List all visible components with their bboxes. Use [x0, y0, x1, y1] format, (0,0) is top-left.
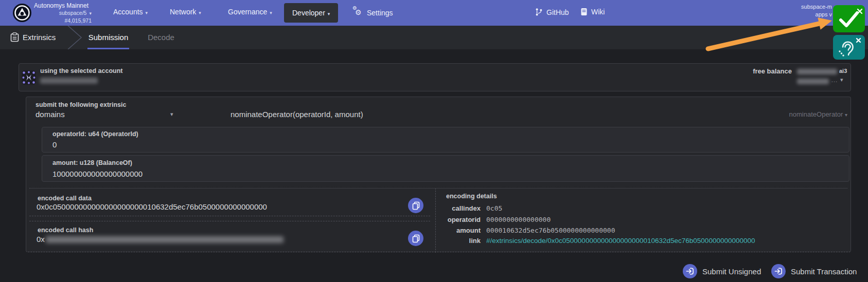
detail-value: 0000000000000000 — [486, 216, 551, 223]
caret-down-icon[interactable]: ▾ — [840, 77, 843, 83]
sign-in-icon — [683, 264, 697, 278]
free-balance-redacted — [797, 69, 837, 74]
call-data-value: 0x0c050000000000000000000010632d5ec76b05… — [37, 202, 267, 211]
divider — [29, 221, 430, 221]
account-selector[interactable]: using the selected account free balance … — [19, 63, 851, 91]
breadcrumb-chevron — [66, 26, 84, 49]
accessibility-overlay-button[interactable] — [833, 35, 865, 60]
detail-key: amount — [402, 227, 481, 234]
detail-key: callindex — [402, 204, 481, 212]
extrinsic-section-label: submit the following extrinsic — [36, 101, 126, 108]
clipboard-icon — [10, 32, 19, 42]
call-hash-label: encoded call hash — [38, 227, 93, 234]
runtime-version: subspace/5▾ — [34, 10, 92, 17]
method-select[interactable]: nominateOperator ▾ — [789, 110, 847, 118]
account-identicon — [22, 70, 36, 85]
detail-key: link — [402, 237, 481, 245]
chain-name: Autonomys Mainnet — [34, 3, 92, 9]
encoding-details-label: encoding details — [446, 193, 497, 200]
detail-key: operatorid — [402, 216, 481, 223]
menu-settings[interactable]: ⚙ ⚙ Settings — [353, 8, 393, 17]
account-name-redacted — [40, 78, 98, 84]
caret-down-icon: ▾ — [146, 10, 148, 15]
menu-network[interactable]: Network▾ — [170, 8, 201, 16]
caret-down-icon: ▾ — [199, 10, 201, 15]
caret-down-icon: ▾ — [845, 112, 847, 118]
link-wiki[interactable]: Wiki — [580, 8, 605, 16]
detail-value: 0c05 — [486, 204, 502, 212]
menu-governance[interactable]: Governance▾ — [228, 8, 272, 16]
caret-down-icon[interactable]: ▾ — [170, 111, 173, 118]
param-value: 100000000000000000000 — [52, 170, 143, 178]
param-operatorid-input[interactable]: operatorId: u64 (OperatorId) 0 — [42, 127, 849, 153]
menu-developer[interactable]: Developer▾ — [284, 3, 338, 23]
section-title: Extrinsics — [23, 33, 56, 42]
param-label: amount: u128 (BalanceOf) — [52, 159, 132, 166]
call-hash-prefix: 0x — [37, 235, 45, 243]
param-amount-input[interactable]: amount: u128 (BalanceOf) 100000000000000… — [42, 155, 849, 182]
extrinsic-card: submit the following extrinsic domains ▾… — [26, 97, 851, 252]
method-signature: nominateOperator(operatorId, amount) — [231, 110, 363, 119]
tab-submission[interactable]: Submission — [87, 26, 129, 49]
ear-icon — [836, 36, 862, 58]
decode-link[interactable]: #/extrinsics/decode/0x0c0500000000000000… — [486, 237, 755, 245]
approve-overlay-button[interactable] — [833, 5, 865, 32]
apps-version-text: subspace-m apps v — [801, 3, 832, 18]
book-icon — [580, 8, 588, 16]
call-data-label: encoded call data — [38, 195, 92, 202]
link-github[interactable]: GitHub — [535, 8, 569, 16]
git-branch-icon — [535, 8, 543, 16]
param-value: 0 — [52, 140, 57, 149]
balance-unit: ai3 — [839, 68, 847, 74]
param-label: operatorId: u64 (OperatorId) — [52, 130, 138, 138]
caret-down-icon: ▾ — [270, 10, 272, 15]
submit-transaction-button[interactable]: Submit Transaction — [771, 264, 857, 278]
balance-secondary-redacted — [797, 79, 829, 84]
balance-ellipsis: … — [831, 76, 838, 84]
check-icon — [835, 7, 863, 31]
pallet-select[interactable]: domains — [36, 110, 65, 119]
sign-in-icon — [771, 264, 786, 278]
free-balance-label: free balance — [753, 67, 792, 75]
top-navbar: Autonomys Mainnet subspace/5▾ #4,015,971… — [0, 0, 868, 26]
call-hash-redacted — [46, 236, 284, 243]
block-number: #4,015,971 — [34, 17, 92, 24]
caret-down-icon: ▾ — [89, 11, 92, 16]
caret-down-icon: ▾ — [328, 11, 330, 16]
menu-accounts[interactable]: Accounts▾ — [113, 8, 148, 16]
divider — [29, 216, 430, 216]
gears-icon: ⚙ ⚙ — [353, 8, 363, 17]
tab-bar: Extrinsics Submission Decode — [0, 26, 868, 49]
autonomys-logo[interactable] — [12, 3, 32, 23]
divider — [29, 188, 847, 189]
detail-value: 000010632d5ec76b0500000000000000 — [486, 227, 615, 234]
account-label: using the selected account — [40, 67, 122, 74]
chain-selector[interactable]: Autonomys Mainnet subspace/5▾ #4,015,971 — [34, 3, 92, 24]
submit-unsigned-button[interactable]: Submit Unsigned — [683, 264, 761, 278]
tab-decode[interactable]: Decode — [146, 26, 176, 49]
